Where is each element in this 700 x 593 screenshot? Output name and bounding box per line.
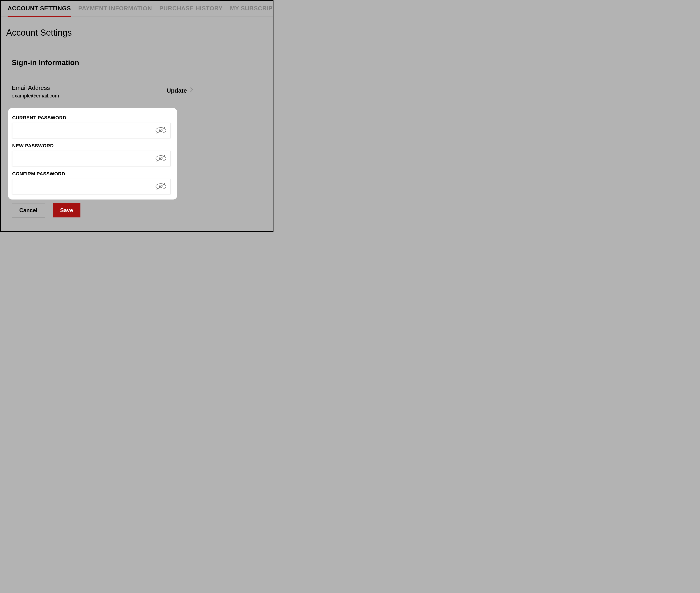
new-password-input[interactable] xyxy=(12,151,171,166)
tab-purchase-history[interactable]: PURCHASE HISTORY xyxy=(159,5,222,16)
chevron-right-icon xyxy=(190,87,193,94)
new-password-label: NEW PASSWORD xyxy=(12,143,174,149)
tab-my-subscriptions[interactable]: MY SUBSCRIPTIONS xyxy=(230,5,274,16)
save-button[interactable]: Save xyxy=(53,203,80,218)
confirm-password-label: CONFIRM PASSWORD xyxy=(12,171,174,176)
confirm-password-group: CONFIRM PASSWORD xyxy=(12,171,174,194)
tab-account-settings[interactable]: ACCOUNT SETTINGS xyxy=(8,5,71,17)
password-card: CURRENT PASSWORD NEW PASSWORD xyxy=(8,108,177,199)
email-block: Email Address example@email.com xyxy=(12,84,59,99)
tab-payment-information[interactable]: PAYMENT INFORMATION xyxy=(78,5,152,16)
confirm-password-input[interactable] xyxy=(12,179,171,194)
section-title-signin: Sign-in Information xyxy=(12,58,273,67)
email-value: example@email.com xyxy=(12,93,59,99)
page-title: Account Settings xyxy=(6,28,273,38)
eye-off-icon[interactable] xyxy=(155,126,167,135)
current-password-group: CURRENT PASSWORD xyxy=(12,115,174,138)
email-label: Email Address xyxy=(12,84,59,91)
eye-off-icon[interactable] xyxy=(155,182,167,191)
new-password-group: NEW PASSWORD xyxy=(12,143,174,166)
cancel-button[interactable]: Cancel xyxy=(12,203,45,218)
update-email-link[interactable]: Update xyxy=(167,87,193,94)
tab-bar: ACCOUNT SETTINGS PAYMENT INFORMATION PUR… xyxy=(1,1,273,17)
eye-off-icon[interactable] xyxy=(155,154,167,163)
update-label: Update xyxy=(167,87,187,94)
current-password-input[interactable] xyxy=(12,123,171,138)
button-row: Cancel Save xyxy=(12,203,273,218)
current-password-label: CURRENT PASSWORD xyxy=(12,115,174,120)
email-row: Email Address example@email.com Update xyxy=(12,84,193,99)
